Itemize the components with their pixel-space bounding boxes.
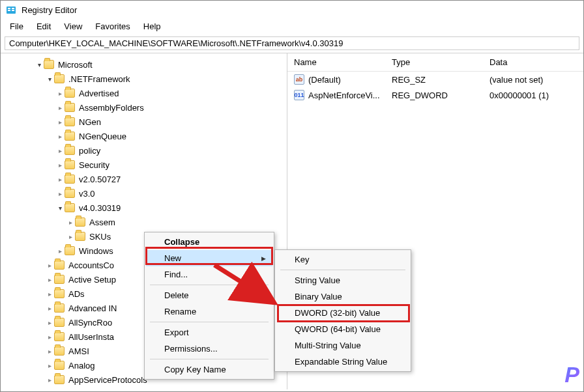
tree-item[interactable]: Security [1,158,287,172]
tree-label: Assem [89,217,115,227]
tree-label: Advanced IN [68,303,117,313]
ctx-new[interactable]: New▶ [146,250,272,266]
folder-icon [65,117,75,126]
titlebar: Registry Editor [1,1,583,19]
tree-item[interactable]: AssemblyFolders [1,100,287,115]
chevron-right-icon[interactable] [45,333,54,341]
menu-help[interactable]: Help [138,20,166,33]
chevron-right-icon[interactable] [55,190,65,197]
menu-edit[interactable]: Edit [31,20,56,33]
folder-icon [54,260,65,270]
folder-icon [54,289,65,298]
ctx-new-expand[interactable]: Expandable String Value [276,354,409,370]
context-submenu-new: Key String Value Binary Value DWORD (32-… [274,249,411,372]
chevron-right-icon[interactable] [55,133,65,140]
tree-label: v4.0.30319 [79,203,121,213]
menu-file[interactable]: File [5,20,29,33]
ctx-new-multi[interactable]: Multi-String Value [276,337,409,354]
ctx-new-dword[interactable]: DWORD (32-bit) Value [276,305,409,321]
watermark-logo: P [564,362,579,387]
tree-item[interactable]: v2.0.50727 [1,172,287,186]
chevron-right-icon[interactable] [45,290,54,298]
chevron-right-icon[interactable] [55,119,65,126]
menubar: File Edit View Favorites Help [1,19,583,34]
address-bar [1,34,583,53]
value-name: AspNetEnforceVi... [308,91,380,100]
chevron-right-icon[interactable] [55,90,65,97]
regedit-icon [6,5,16,15]
chevron-right-icon[interactable] [55,104,65,111]
ctx-new-string[interactable]: String Value [276,272,409,288]
chevron-right-icon[interactable] [45,262,54,269]
column-data[interactable]: Data [483,53,583,71]
ctx-permissions[interactable]: Permissions... [146,341,272,357]
chevron-right-icon[interactable] [45,362,54,369]
ctx-collapse[interactable]: Collapse [146,234,272,250]
chevron-right-icon[interactable] [66,219,75,226]
ctx-new-key[interactable]: Key [276,251,409,268]
value-row[interactable]: 011AspNetEnforceVi... REG_DWORD 0x000000… [287,87,583,103]
tree-label: NGenQueue [79,132,126,141]
chevron-right-icon[interactable] [45,319,54,326]
tree-item-v4[interactable]: v4.0.30319 [1,201,287,215]
folder-icon [65,246,75,255]
tree-item-netframework[interactable]: .NETFramework [1,72,287,86]
address-input[interactable] [5,36,579,50]
separator [150,359,269,359]
tree-item[interactable]: Advertised [1,86,287,100]
dword-value-icon: 011 [294,90,304,100]
folder-icon [54,303,65,313]
chevron-down-icon[interactable] [55,204,65,212]
chevron-right-icon[interactable] [66,233,75,240]
folder-icon [54,275,65,284]
menu-view[interactable]: View [59,20,87,33]
folder-icon [54,361,65,370]
tree-item[interactable]: NGenQueue [1,129,287,143]
folder-icon [65,160,75,169]
tree-label: SKUs [89,232,111,242]
value-data: (value not set) [483,74,583,86]
chevron-right-icon[interactable] [55,161,65,169]
chevron-right-icon[interactable] [45,348,54,355]
tree-label: Advertised [79,89,119,98]
column-type[interactable]: Type [385,53,483,71]
separator [150,285,269,285]
folder-icon [54,318,65,327]
folder-icon [65,89,75,98]
ctx-delete[interactable]: Delete [146,287,272,303]
ctx-rename[interactable]: Rename [146,303,272,320]
chevron-right-icon[interactable] [55,147,65,154]
separator [280,270,405,270]
tree-label: ADs [68,289,85,299]
value-row[interactable]: ab(Default) REG_SZ (value not set) [287,72,583,87]
chevron-right-icon[interactable] [55,176,65,183]
chevron-right-icon[interactable] [45,276,54,283]
folder-icon [44,60,54,69]
folder-icon [75,217,85,227]
folder-icon [54,375,65,384]
ctx-copy-key-name[interactable]: Copy Key Name [146,361,272,378]
folder-icon [65,189,75,198]
chevron-right-icon[interactable] [55,247,65,255]
chevron-right-icon[interactable] [45,376,54,384]
tree-label: v3.0 [79,189,95,199]
column-name[interactable]: Name [287,53,385,71]
ctx-new-qword[interactable]: QWORD (64-bit) Value [276,321,409,337]
tree-item-microsoft[interactable]: Microsoft [1,57,287,72]
context-menu: Collapse New▶ Find... Delete Rename Expo… [144,232,274,380]
ctx-new-binary[interactable]: Binary Value [276,288,409,305]
chevron-right-icon[interactable] [45,305,54,312]
tree-item[interactable]: NGen [1,115,287,129]
tree-label: policy [79,146,100,156]
chevron-down-icon[interactable] [35,61,44,68]
tree-item[interactable]: Assem [1,215,287,229]
tree-item[interactable]: policy [1,143,287,158]
menu-favorites[interactable]: Favorites [90,20,135,33]
chevron-down-icon[interactable] [45,76,54,83]
ctx-find[interactable]: Find... [146,266,272,283]
tree-item[interactable]: v3.0 [1,186,287,201]
value-name: (Default) [308,75,341,85]
values-header: Name Type Data [287,53,583,72]
separator [150,322,269,322]
ctx-export[interactable]: Export [146,324,272,341]
